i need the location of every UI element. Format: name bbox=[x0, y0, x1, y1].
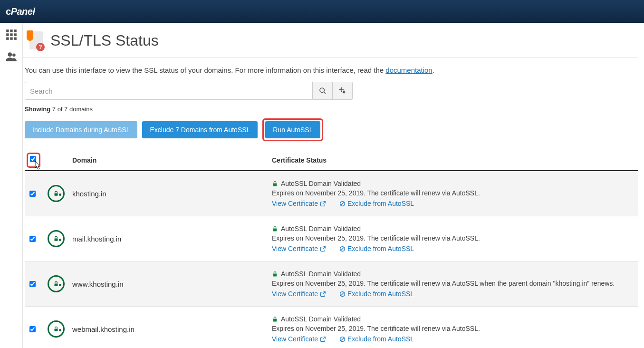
svg-line-18 bbox=[341, 202, 345, 205]
svg-rect-0 bbox=[6, 29, 9, 32]
table-row: webmail.khosting.in AutoSSL Domain Valid… bbox=[25, 307, 638, 348]
svg-rect-1 bbox=[10, 29, 12, 32]
svg-line-12 bbox=[324, 92, 326, 94]
svg-point-9 bbox=[8, 52, 12, 57]
svg-rect-27 bbox=[55, 329, 58, 331]
domain-name: mail.khosting.in bbox=[72, 235, 121, 243]
svg-rect-3 bbox=[6, 33, 9, 36]
column-header-domain[interactable]: Domain bbox=[72, 156, 272, 164]
settings-button[interactable] bbox=[333, 82, 353, 100]
svg-rect-15 bbox=[55, 193, 58, 195]
intro-prefix: You can use this interface to view the S… bbox=[25, 66, 385, 74]
lock-status-icon bbox=[48, 320, 65, 338]
prohibit-icon bbox=[339, 201, 346, 207]
external-link-icon bbox=[320, 336, 326, 342]
showing-count: Showing 7 of 7 domains bbox=[25, 106, 638, 113]
row-checkbox[interactable] bbox=[29, 236, 36, 242]
validated-status: AutoSSL Domain Validated bbox=[272, 315, 634, 323]
search-input[interactable] bbox=[25, 82, 313, 100]
validated-status: AutoSSL Domain Validated bbox=[272, 225, 634, 232]
validated-status: AutoSSL Domain Validated bbox=[272, 270, 634, 278]
svg-line-30 bbox=[341, 337, 345, 341]
users-icon[interactable] bbox=[5, 50, 18, 63]
expires-text: Expires on November 25, 2019. The certif… bbox=[272, 234, 634, 242]
documentation-link[interactable]: documentation bbox=[385, 66, 432, 74]
lock-green-icon bbox=[272, 226, 278, 232]
row-checkbox[interactable] bbox=[29, 281, 36, 287]
svg-rect-20 bbox=[273, 228, 277, 231]
prohibit-icon bbox=[339, 336, 346, 342]
external-link-icon bbox=[320, 246, 326, 252]
apps-grid-icon[interactable] bbox=[5, 29, 18, 41]
expires-text: Expires on November 25, 2019. The certif… bbox=[272, 189, 634, 197]
search-row bbox=[25, 82, 638, 100]
side-nav bbox=[0, 23, 23, 348]
row-checkbox[interactable] bbox=[29, 326, 36, 332]
run-autossl-highlight: Run AutoSSL bbox=[262, 118, 323, 141]
view-certificate-link[interactable]: View Certificate bbox=[272, 335, 326, 343]
svg-rect-4 bbox=[10, 33, 12, 36]
row-checkbox[interactable] bbox=[29, 191, 36, 197]
page-header: ? SSL/TLS Status bbox=[23, 30, 638, 58]
expires-text: Expires on November 25, 2019. The certif… bbox=[272, 280, 634, 287]
include-domains-button[interactable]: Include Domains during AutoSSL bbox=[25, 121, 137, 138]
table-row: www.khosting.in AutoSSL Domain Validated… bbox=[25, 261, 638, 307]
action-buttons: Include Domains during AutoSSL Exclude 7… bbox=[25, 118, 638, 141]
svg-point-14 bbox=[343, 91, 345, 93]
prohibit-icon bbox=[339, 246, 346, 252]
table-header: Domain Certificate Status bbox=[25, 150, 638, 171]
lock-status-icon bbox=[48, 275, 65, 292]
lock-green-icon bbox=[272, 181, 278, 187]
top-bar: cPanel bbox=[0, 0, 644, 23]
lock-green-icon bbox=[272, 316, 278, 322]
validated-status: AutoSSL Domain Validated bbox=[272, 180, 634, 187]
showing-count-text: 7 of 7 domains bbox=[50, 106, 93, 113]
exclude-from-autossl-link[interactable]: Exclude from AutoSSL bbox=[339, 245, 414, 252]
view-certificate-link[interactable]: View Certificate bbox=[272, 200, 326, 207]
run-autossl-button[interactable]: Run AutoSSL bbox=[265, 121, 320, 138]
lock-status-icon bbox=[48, 185, 65, 202]
domain-name: khosting.in bbox=[72, 190, 106, 198]
svg-rect-16 bbox=[273, 183, 277, 186]
table-row: khosting.in AutoSSL Domain Validated Exp… bbox=[25, 171, 638, 216]
table-row: mail.khosting.in AutoSSL Domain Validate… bbox=[25, 216, 638, 261]
svg-rect-8 bbox=[14, 37, 16, 39]
lock-green-icon bbox=[272, 271, 278, 277]
svg-rect-5 bbox=[14, 33, 16, 36]
select-all-highlight bbox=[27, 153, 40, 168]
svg-line-26 bbox=[341, 292, 345, 296]
lock-status-icon bbox=[48, 230, 65, 247]
intro-text: You can use this interface to view the S… bbox=[25, 66, 638, 74]
svg-rect-6 bbox=[6, 37, 9, 39]
svg-rect-2 bbox=[14, 29, 16, 32]
external-link-icon bbox=[320, 201, 326, 207]
view-certificate-link[interactable]: View Certificate bbox=[272, 245, 326, 252]
select-all-checkbox[interactable] bbox=[30, 156, 36, 162]
exclude-from-autossl-link[interactable]: Exclude from AutoSSL bbox=[339, 200, 414, 207]
svg-rect-7 bbox=[10, 37, 12, 39]
exclude-from-autossl-link[interactable]: Exclude from AutoSSL bbox=[339, 290, 414, 298]
domain-name: webmail.khosting.in bbox=[72, 325, 135, 333]
svg-rect-19 bbox=[55, 238, 58, 241]
cursor-icon bbox=[35, 161, 42, 170]
view-certificate-link[interactable]: View Certificate bbox=[272, 290, 326, 298]
svg-rect-24 bbox=[273, 273, 277, 276]
ssl-status-icon: ? bbox=[25, 30, 45, 50]
expires-text: Expires on November 25, 2019. The certif… bbox=[272, 325, 634, 332]
svg-point-10 bbox=[12, 54, 15, 57]
brand-logo: cPanel bbox=[6, 6, 35, 17]
external-link-icon bbox=[320, 291, 326, 297]
page-title: SSL/TLS Status bbox=[50, 32, 159, 49]
domains-table: Domain Certificate Status khosting.in Au… bbox=[25, 150, 638, 348]
svg-point-11 bbox=[320, 88, 324, 92]
search-button[interactable] bbox=[313, 82, 333, 100]
svg-line-22 bbox=[341, 247, 345, 251]
svg-point-13 bbox=[340, 88, 343, 91]
svg-rect-23 bbox=[55, 283, 58, 286]
exclude-from-autossl-link[interactable]: Exclude from AutoSSL bbox=[339, 335, 414, 343]
column-header-status[interactable]: Certificate Status bbox=[272, 156, 634, 164]
svg-rect-28 bbox=[273, 319, 277, 321]
exclude-domains-button[interactable]: Exclude 7 Domains from AutoSSL bbox=[142, 121, 258, 138]
intro-suffix: . bbox=[433, 66, 434, 74]
prohibit-icon bbox=[339, 291, 346, 297]
